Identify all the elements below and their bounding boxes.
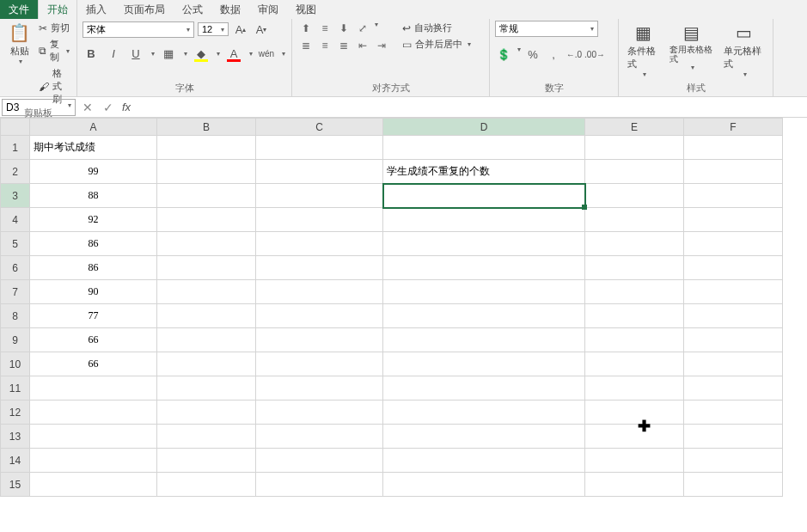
grow-font-button[interactable]: A▴ [232, 21, 249, 38]
phonetic-button[interactable]: wén [258, 45, 275, 62]
row-head-13[interactable]: 13 [1, 425, 30, 449]
row-head-15[interactable]: 15 [1, 473, 30, 497]
increase-decimal-button[interactable]: ←.0 [566, 46, 583, 63]
cell-C9[interactable] [256, 328, 383, 352]
cell-D7[interactable] [383, 280, 585, 304]
italic-button[interactable]: I [105, 45, 122, 62]
font-name-select[interactable]: 宋体▾ [83, 21, 194, 38]
align-middle-button[interactable]: ≡ [316, 21, 333, 36]
cell-E4[interactable] [585, 208, 684, 232]
cell-A5[interactable]: 86 [30, 232, 157, 256]
tab-layout[interactable]: 页面布局 [115, 0, 174, 19]
cell-B3[interactable] [157, 184, 256, 208]
font-size-select[interactable]: 12▾ [198, 22, 229, 36]
cell-F9[interactable] [684, 328, 783, 352]
cell-E15[interactable] [585, 473, 684, 497]
accounting-format-button[interactable]: 💲 [495, 46, 512, 63]
cell-D8[interactable] [383, 304, 585, 328]
spreadsheet-grid[interactable]: A B C D E F 1期中考试成绩299学生成绩不重复的个数38849258… [0, 118, 783, 497]
row-head-14[interactable]: 14 [1, 449, 30, 473]
name-box[interactable]: D3▾ [2, 99, 76, 116]
cell-A13[interactable] [30, 425, 157, 449]
underline-button[interactable]: U [127, 45, 144, 62]
cell-B14[interactable] [157, 449, 256, 473]
cell-E14[interactable] [585, 449, 684, 473]
cell-E13[interactable] [585, 425, 684, 449]
cell-B2[interactable] [157, 160, 256, 184]
cell-D6[interactable] [383, 256, 585, 280]
cell-D12[interactable] [383, 401, 585, 425]
cell-D2[interactable]: 学生成绩不重复的个数 [383, 160, 585, 184]
cell-D15[interactable] [383, 473, 585, 497]
cell-C2[interactable] [256, 160, 383, 184]
tab-insert[interactable]: 插入 [77, 0, 115, 19]
cell-C6[interactable] [256, 256, 383, 280]
cell-F13[interactable] [684, 425, 783, 449]
cell-D3[interactable] [383, 184, 585, 208]
accept-formula-button[interactable]: ✓ [98, 101, 119, 114]
fill-color-button[interactable]: ◆ [193, 45, 210, 62]
tab-data[interactable]: 数据 [211, 0, 249, 19]
cell-F7[interactable] [684, 280, 783, 304]
cell-C8[interactable] [256, 304, 383, 328]
col-head-E[interactable]: E [585, 119, 684, 136]
cell-A10[interactable]: 66 [30, 352, 157, 376]
col-head-A[interactable]: A [30, 119, 157, 136]
cell-D11[interactable] [383, 376, 585, 401]
cell-A9[interactable]: 66 [30, 328, 157, 352]
cell-F6[interactable] [684, 256, 783, 280]
row-head-5[interactable]: 5 [1, 232, 30, 256]
cell-D5[interactable] [383, 232, 585, 256]
row-head-2[interactable]: 2 [1, 160, 30, 184]
row-head-10[interactable]: 10 [1, 352, 30, 376]
cell-F14[interactable] [684, 449, 783, 473]
cell-D1[interactable] [383, 136, 585, 160]
cell-A14[interactable] [30, 449, 157, 473]
cell-A6[interactable]: 86 [30, 256, 157, 280]
cell-F10[interactable] [684, 352, 783, 376]
align-right-button[interactable]: ≣ [335, 38, 352, 53]
fx-icon[interactable]: fx [119, 101, 134, 113]
cell-B7[interactable] [157, 280, 256, 304]
border-button[interactable]: ▦ [160, 45, 177, 62]
cell-F4[interactable] [684, 208, 783, 232]
formula-bar-input[interactable] [134, 100, 807, 115]
orientation-button[interactable]: ⤢ [354, 21, 371, 36]
cell-A7[interactable]: 90 [30, 280, 157, 304]
cell-D13[interactable] [383, 425, 585, 449]
row-head-9[interactable]: 9 [1, 328, 30, 352]
cell-B15[interactable] [157, 473, 256, 497]
cell-D10[interactable] [383, 352, 585, 376]
cell-C14[interactable] [256, 449, 383, 473]
cell-C10[interactable] [256, 352, 383, 376]
cell-A8[interactable]: 77 [30, 304, 157, 328]
cell-B5[interactable] [157, 232, 256, 256]
cell-F2[interactable] [684, 160, 783, 184]
tab-file[interactable]: 文件 [0, 0, 38, 19]
cell-E2[interactable] [585, 160, 684, 184]
number-format-select[interactable]: 常规▾ [495, 21, 598, 37]
row-head-7[interactable]: 7 [1, 280, 30, 304]
cell-C13[interactable] [256, 425, 383, 449]
cell-C4[interactable] [256, 208, 383, 232]
cell-B10[interactable] [157, 352, 256, 376]
col-head-F[interactable]: F [684, 119, 783, 136]
cell-F8[interactable] [684, 304, 783, 328]
cell-style-button[interactable]: ▭单元格样式▾ [720, 21, 767, 80]
cell-E10[interactable] [585, 352, 684, 376]
indent-decrease-button[interactable]: ⇤ [354, 38, 371, 53]
col-head-B[interactable]: B [157, 119, 256, 136]
cell-B12[interactable] [157, 401, 256, 425]
cell-D4[interactable] [383, 208, 585, 232]
decrease-decimal-button[interactable]: .00→ [586, 46, 603, 63]
font-color-button[interactable]: A [225, 45, 242, 62]
cell-A3[interactable]: 88 [30, 184, 157, 208]
merge-center-button[interactable]: ▭合并后居中▾ [400, 37, 473, 52]
cell-B6[interactable] [157, 256, 256, 280]
cell-E11[interactable] [585, 376, 684, 401]
row-head-8[interactable]: 8 [1, 304, 30, 328]
cell-F5[interactable] [684, 232, 783, 256]
cell-E6[interactable] [585, 256, 684, 280]
cell-A1[interactable]: 期中考试成绩 [30, 136, 157, 160]
wrap-text-button[interactable]: ↩自动换行 [400, 21, 473, 35]
